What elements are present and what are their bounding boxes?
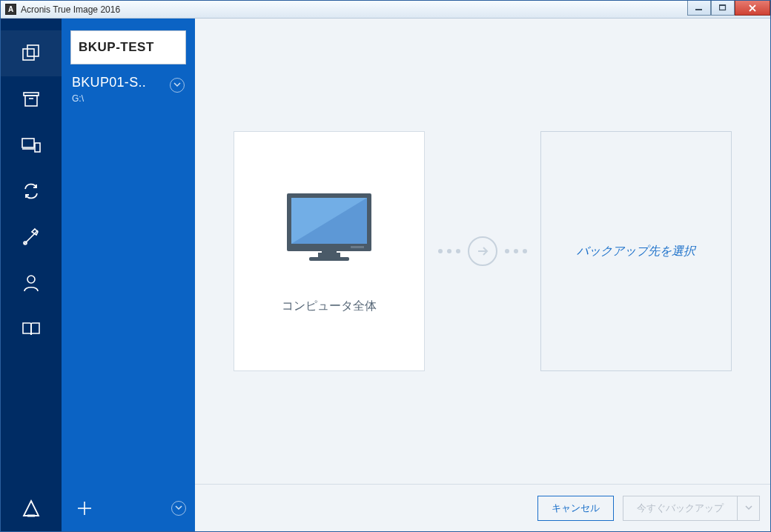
bottom-action-bar: キャンセル 今すぐバックアップ bbox=[195, 484, 770, 531]
backup-now-dropdown[interactable] bbox=[738, 496, 760, 521]
arrow-between bbox=[438, 236, 527, 266]
nav-account[interactable] bbox=[1, 260, 62, 306]
backup-task-title: BKUP01-S.. bbox=[72, 75, 146, 90]
nav-backup[interactable] bbox=[1, 30, 62, 76]
chevron-down-icon[interactable] bbox=[170, 78, 185, 93]
titlebar: A Acronis True Image 2016 bbox=[1, 1, 770, 19]
nav-tools[interactable] bbox=[1, 214, 62, 260]
arrow-right-icon bbox=[468, 236, 497, 266]
nav-devices[interactable] bbox=[1, 122, 62, 168]
svg-rect-10 bbox=[35, 143, 40, 152]
nav-archive[interactable] bbox=[1, 76, 62, 122]
backup-list-sidebar: BKUP-TEST BKUP01-S.. G:\ bbox=[62, 19, 195, 531]
svg-rect-8 bbox=[22, 139, 34, 147]
maximize-button[interactable] bbox=[711, 1, 735, 16]
close-button[interactable] bbox=[735, 1, 770, 16]
primary-split-button: 今すぐバックアップ bbox=[623, 496, 760, 521]
dots-right-icon bbox=[505, 249, 527, 253]
svg-rect-3 bbox=[23, 49, 34, 60]
add-backup-button[interactable] bbox=[62, 485, 107, 531]
backup-task-path: G:\ bbox=[72, 93, 146, 104]
backup-destination-card[interactable]: バックアップ先を選択 bbox=[540, 131, 732, 371]
cancel-button[interactable]: キャンセル bbox=[537, 496, 614, 521]
nav-rail bbox=[1, 19, 62, 531]
app-body: BKUP-TEST BKUP01-S.. G:\ bbox=[1, 19, 770, 531]
svg-rect-4 bbox=[27, 45, 39, 56]
nav-sync[interactable] bbox=[1, 168, 62, 214]
minimize-button[interactable] bbox=[687, 1, 711, 16]
window-controls bbox=[687, 1, 770, 16]
sidebar-options-button[interactable] bbox=[171, 501, 186, 516]
source-card-label: コンピュータ全体 bbox=[282, 299, 377, 314]
svg-rect-20 bbox=[309, 257, 349, 261]
svg-rect-21 bbox=[351, 246, 364, 248]
dots-left-icon bbox=[438, 249, 460, 253]
svg-rect-2 bbox=[719, 4, 726, 6]
main-panel: コンピュータ全体 バックアップ先を選択 キャンセル 今すぐバックアップ bbox=[195, 19, 770, 531]
window-title: Acronis True Image 2016 bbox=[21, 4, 120, 15]
svg-rect-0 bbox=[695, 9, 702, 10]
app-icon: A bbox=[5, 4, 16, 15]
app-window: A Acronis True Image 2016 bbox=[0, 0, 771, 532]
sidebar-bottom-bar bbox=[62, 485, 195, 531]
svg-rect-19 bbox=[322, 251, 337, 256]
monitor-icon bbox=[281, 189, 377, 273]
svg-point-12 bbox=[27, 276, 35, 283]
nav-help[interactable] bbox=[1, 306, 62, 352]
backup-task-selected[interactable]: BKUP-TEST bbox=[70, 30, 186, 64]
svg-rect-6 bbox=[25, 96, 37, 106]
backup-source-card[interactable]: コンピュータ全体 bbox=[234, 131, 425, 371]
nav-logo[interactable] bbox=[1, 485, 62, 531]
backup-task-item[interactable]: BKUP01-S.. G:\ bbox=[62, 70, 195, 107]
destination-card-label: バックアップ先を選択 bbox=[577, 244, 695, 259]
backup-now-button[interactable]: 今すぐバックアップ bbox=[623, 496, 738, 521]
backup-config-row: コンピュータ全体 バックアップ先を選択 bbox=[195, 19, 770, 484]
